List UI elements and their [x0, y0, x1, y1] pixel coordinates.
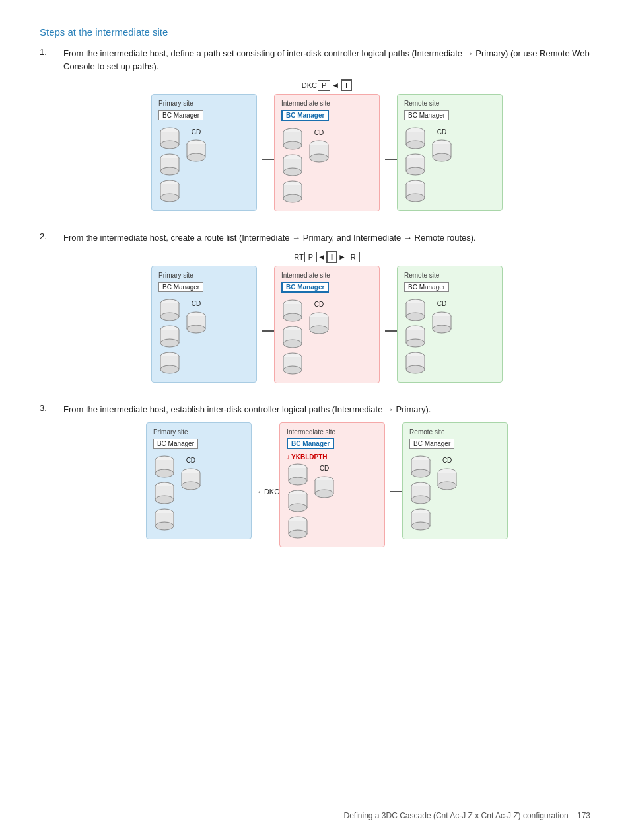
svg-point-29 [283, 168, 302, 176]
section-title: Steps at the intermediate site [40, 26, 590, 38]
ykbldpth-label: ↓ YKBLDPTH [287, 453, 378, 461]
diagram-2: RT P ◄ I ► R Primary site BC Manager [63, 251, 590, 383]
cd-cyl-r1 [431, 139, 453, 163]
diagram1-dkc-label: DKCP◄I [302, 79, 353, 91]
connector-2b [385, 330, 397, 332]
primary-site-2: Primary site BC Manager CD [151, 266, 257, 383]
svg-point-174 [411, 522, 430, 530]
step-3: 3. From the intermediate host, establish… [40, 403, 590, 548]
cd-col-1: CD [185, 127, 207, 163]
svg-point-74 [160, 365, 179, 373]
svg-point-114 [406, 365, 425, 373]
diagram2-rt-label: RT P ◄ I ► R [294, 251, 360, 263]
ykbldpth-text: YKBLDPTH [291, 453, 327, 461]
sites-row-2: Primary site BC Manager CD [63, 266, 590, 383]
intermediate-label-3: Intermediate site [287, 428, 378, 436]
cyl-i1 [281, 128, 304, 151]
cd-cyl-i2 [308, 312, 330, 336]
disk-col-i3a [287, 463, 309, 540]
disk-col-i2a [281, 299, 304, 376]
bc-manager-remote-2: BC Manager [404, 282, 449, 292]
svg-point-129 [155, 496, 174, 504]
remote-site-3: Remote site BC Manager CD [402, 422, 508, 539]
disk-col-r3a [409, 455, 432, 532]
cd-col-i3: CD [313, 463, 335, 500]
svg-point-54 [406, 194, 425, 202]
cyl-p3-1 [153, 455, 176, 479]
intermediate-site-2: Intermediate site BC Manager CD [274, 266, 380, 383]
remote-site-1: Remote site BC Manager CD [397, 94, 503, 211]
svg-point-104 [406, 313, 425, 321]
connector-1b [385, 159, 397, 160]
svg-point-64 [160, 313, 179, 321]
arrow2b: ► [338, 252, 346, 262]
p-box-2: P [304, 252, 317, 262]
svg-point-149 [289, 504, 307, 512]
remote-label-2: Remote site [404, 272, 495, 279]
primary-label-2: Primary site [158, 272, 250, 279]
cyl-p2-3 [158, 352, 181, 375]
connector-2a [262, 330, 274, 332]
cyl-i3-2 [287, 490, 309, 514]
svg-point-124 [155, 469, 174, 477]
arrow1: ◄ [332, 81, 339, 90]
cyl-r1 [404, 127, 427, 151]
steps-list: 1. From the intermediate host, define a … [40, 47, 590, 547]
svg-point-144 [289, 477, 307, 485]
primary-disks-2: CD [158, 299, 250, 375]
cd-col-r2: CD [431, 299, 453, 335]
step-2: 2. From the intermediate host, create a … [40, 231, 590, 383]
step-1-number: 1. [40, 47, 63, 211]
remote-disks-1: CD [404, 127, 495, 204]
disk-col-p3a [153, 455, 176, 532]
cd-col-p3: CD [180, 455, 202, 492]
cyl-r3 [404, 180, 427, 204]
cd-cyl-i1 [308, 140, 330, 164]
cyl-r3-2 [409, 482, 432, 506]
cylinder-svg2 [158, 153, 181, 177]
cd-cyl-r3 [436, 468, 458, 492]
step-3-content: From the intermediate host, establish in… [63, 403, 590, 548]
cd-i3-label: CD [320, 465, 329, 472]
cyl-i2-2 [281, 326, 304, 350]
svg-point-59 [433, 153, 451, 161]
svg-point-99 [310, 326, 328, 334]
arrow2a: ◄ [318, 252, 326, 262]
cyl-r2-3 [404, 352, 427, 375]
cd-label-1: CD [192, 128, 201, 135]
svg-point-169 [411, 496, 430, 504]
svg-point-79 [187, 325, 205, 333]
cd-col-i2: CD [308, 299, 330, 336]
dkc-arrow-label: ←DKC [257, 488, 279, 496]
svg-point-159 [315, 490, 333, 498]
remote-label-1: Remote site [404, 100, 495, 107]
primary-label-1: Primary site [158, 100, 250, 107]
connector-3b [390, 491, 402, 492]
cyl-p3-2 [153, 482, 176, 506]
footer-text: Defining a 3DC Cascade (Cnt Ac-J Z x Cnt… [343, 811, 568, 820]
cd-label-i1: CD [314, 129, 324, 136]
remote-label-3: Remote site [409, 428, 501, 436]
intermediate-disks-1: CD [281, 128, 372, 204]
svg-point-94 [283, 366, 302, 374]
svg-point-164 [411, 469, 430, 477]
intermediate-label-1: Intermediate site [281, 100, 372, 107]
cd-cyl-r2 [431, 311, 453, 335]
svg-point-89 [283, 340, 302, 348]
bc-manager-intermediate-1: BC Manager [281, 110, 329, 121]
cd-cyl-p3 [180, 468, 202, 492]
footer: Defining a 3DC Cascade (Cnt Ac-J Z x Cnt… [343, 811, 590, 820]
svg-point-179 [438, 482, 456, 490]
cylinder-svg3 [158, 180, 181, 204]
cd-p2-label: CD [192, 300, 201, 307]
sites-row-3: Primary site BC Manager CD [63, 422, 590, 547]
intermediate-label-2: Intermediate site [281, 272, 372, 279]
cyl-r2-2 [404, 325, 427, 349]
cyl-r3-3 [409, 508, 432, 532]
svg-point-24 [283, 141, 302, 149]
cyl-r3-1 [409, 455, 432, 479]
svg-point-134 [155, 522, 174, 530]
svg-point-9 [160, 167, 179, 175]
step-2-content: From the intermediate host, create a rou… [63, 231, 590, 383]
svg-point-39 [310, 154, 328, 162]
